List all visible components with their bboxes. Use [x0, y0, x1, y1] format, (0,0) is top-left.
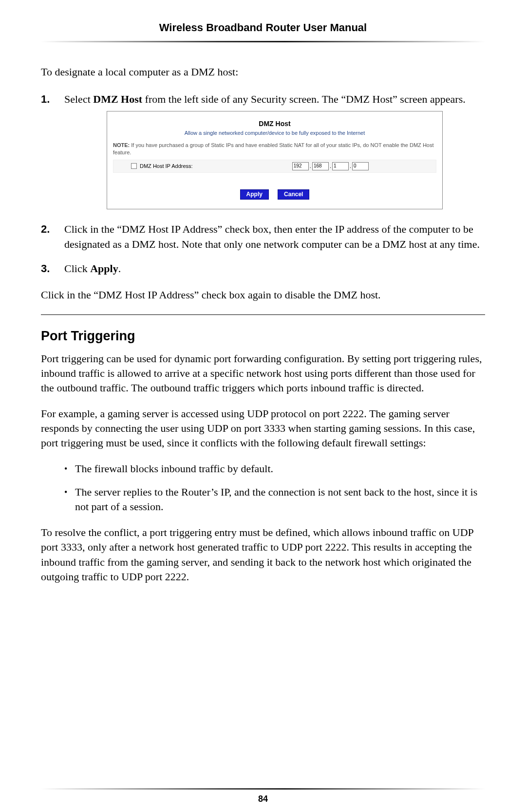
- screenshot-subtitle: Allow a single networked computer/device…: [113, 129, 436, 137]
- screenshot-title: DMZ Host: [113, 119, 436, 129]
- ip-octet-1[interactable]: 192: [292, 162, 309, 170]
- list-item: The firewall blocks inbound traffic by d…: [41, 461, 485, 476]
- note-prefix: NOTE:: [113, 142, 130, 148]
- ip-address-fields: 192. 168. 1. 0: [292, 162, 369, 170]
- ip-address-row: DMZ Host IP Address: 192. 168. 1. 0: [113, 160, 436, 173]
- page-number: 84: [0, 794, 526, 804]
- step-1-text-a: Select: [64, 93, 93, 105]
- header-divider: [41, 41, 485, 42]
- firewall-bullets: The firewall blocks inbound traffic by d…: [41, 461, 485, 515]
- screenshot-buttons: Apply Cancel: [113, 185, 436, 200]
- step-number: 1.: [41, 92, 50, 107]
- ip-octet-2[interactable]: 168: [312, 162, 329, 170]
- note-body: If you have purchased a group of Static …: [113, 142, 434, 155]
- page-header-title: Wireless Broadband Router User Manual: [41, 21, 485, 34]
- screenshot-note: NOTE: If you have purchased a group of S…: [113, 142, 436, 156]
- ip-address-label: DMZ Host IP Address:: [140, 163, 193, 170]
- step-number: 3.: [41, 261, 50, 276]
- step-3: 3. Click Apply.: [41, 261, 485, 276]
- section-divider: [41, 314, 485, 315]
- step-number: 2.: [41, 222, 50, 237]
- port-triggering-p2: For example, a gaming server is accessed…: [41, 406, 485, 451]
- manual-page: Wireless Broadband Router User Manual To…: [0, 0, 526, 812]
- ip-octet-4[interactable]: 0: [352, 162, 369, 170]
- step-1-text: Select DMZ Host from the left side of an…: [64, 93, 466, 105]
- dmz-enable-checkbox[interactable]: [131, 163, 137, 169]
- step-1: 1. Select DMZ Host from the left side of…: [41, 92, 485, 209]
- step-3-bold: Apply: [90, 262, 118, 275]
- dmz-host-screenshot: DMZ Host Allow a single networked comput…: [107, 111, 443, 209]
- apply-button[interactable]: Apply: [240, 189, 269, 200]
- step-1-bold: DMZ Host: [93, 93, 142, 105]
- step-2: 2. Click in the “DMZ Host IP Address” ch…: [41, 222, 485, 252]
- intro-text: To designate a local computer as a DMZ h…: [41, 65, 485, 79]
- instruction-list: 1. Select DMZ Host from the left side of…: [41, 92, 485, 276]
- footer-divider: [41, 788, 485, 790]
- step-3-text-a: Click: [64, 262, 90, 275]
- cancel-button[interactable]: Cancel: [278, 189, 309, 200]
- step-3-text-c: .: [118, 262, 121, 275]
- section-heading: Port Triggering: [41, 329, 485, 344]
- disable-instruction: Click in the “DMZ Host IP Address” check…: [41, 288, 485, 302]
- list-item: The server replies to the Router’s IP, a…: [41, 485, 485, 515]
- ip-octet-3[interactable]: 1: [332, 162, 349, 170]
- step-1-text-c: from the left side of any Security scree…: [142, 93, 466, 105]
- port-triggering-p3: To resolve the conflict, a port triggeri…: [41, 525, 485, 584]
- step-2-text: Click in the “DMZ Host IP Address” check…: [64, 223, 480, 250]
- port-triggering-p1: Port triggering can be used for dynamic …: [41, 351, 485, 396]
- step-3-text: Click Apply.: [64, 262, 121, 275]
